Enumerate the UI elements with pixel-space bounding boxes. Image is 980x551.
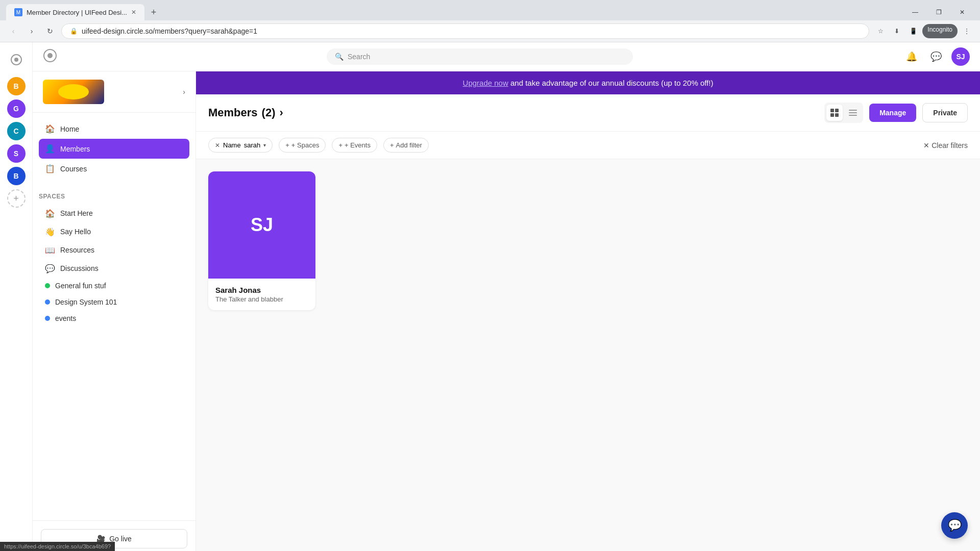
svg-point-3	[47, 53, 53, 58]
svg-rect-5	[835, 109, 839, 112]
nav-item-members[interactable]: 👤 Members	[39, 139, 189, 159]
add-filter-button[interactable]: + Add filter	[383, 138, 429, 153]
search-placeholder: Search	[348, 53, 370, 61]
app-topbar: 🔍 Search 🔔 💬 SJ	[33, 42, 980, 71]
space-item-discussions[interactable]: 💬 Discussions	[39, 259, 189, 278]
resources-icon: 📖	[45, 245, 55, 255]
new-tab-button[interactable]: +	[146, 5, 161, 19]
clear-filters-button[interactable]: ✕ Clear filters	[923, 141, 968, 149]
members-icon: 👤	[45, 144, 55, 154]
svg-rect-7	[835, 113, 839, 117]
incognito-button[interactable]: Incognito	[922, 24, 958, 38]
clear-filters-label: Clear filters	[932, 141, 968, 149]
space-item-general[interactable]: General fun stuf	[39, 278, 189, 294]
sidebar-item-community-g[interactable]: G	[7, 99, 26, 118]
search-bar[interactable]: 🔍 Search	[327, 48, 633, 65]
address-text: uifeed-design.circle.so/members?query=sa…	[82, 27, 257, 35]
name-filter-chip[interactable]: ✕ Name sarah ▾	[208, 138, 273, 153]
design-system-dot	[45, 299, 50, 305]
add-community-button[interactable]: +	[7, 189, 26, 208]
general-dot	[45, 283, 50, 288]
lock-icon: 🔒	[70, 28, 78, 35]
spaces-filter-plus-icon: +	[285, 141, 289, 149]
events-filter-button[interactable]: + + Events	[332, 138, 377, 153]
chat-bubble-icon: 💬	[948, 519, 962, 532]
window-maximize-button[interactable]: ❐	[927, 4, 950, 20]
manage-button[interactable]: Manage	[869, 104, 916, 122]
upgrade-now-link[interactable]: Upgrade now	[463, 79, 508, 87]
sidebar-item-community-b[interactable]: B	[7, 77, 26, 95]
nav-item-home[interactable]: 🏠 Home	[39, 119, 189, 139]
spaces-filter-label: + Spaces	[291, 141, 320, 149]
member-initials-sarah: SJ	[251, 214, 273, 236]
back-button[interactable]: ‹	[6, 24, 20, 38]
grid-view-button[interactable]	[826, 105, 843, 121]
nav-chevron-icon[interactable]: ›	[183, 88, 185, 96]
say-hello-icon: 👋	[45, 227, 55, 237]
svg-rect-10	[849, 115, 857, 116]
add-filter-label: Add filter	[396, 141, 422, 149]
discussions-icon: 💬	[45, 263, 55, 273]
sidebar-item-community-s[interactable]: S	[7, 144, 26, 163]
forward-button[interactable]: ›	[24, 24, 39, 38]
device-icon[interactable]: 📱	[906, 24, 920, 38]
members-grid: SJ Sarah Jonas The Talker and blabber	[196, 159, 980, 322]
list-view-button[interactable]	[845, 105, 861, 121]
menu-icon[interactable]: ⋮	[960, 24, 974, 38]
nav-item-members-label: Members	[60, 145, 90, 153]
nav-item-home-label: Home	[60, 125, 79, 133]
member-avatar-sarah: SJ	[208, 171, 315, 279]
private-button[interactable]: Private	[922, 103, 968, 122]
upgrade-banner: Upgrade now and take advantage of our an…	[196, 71, 980, 94]
member-card-sarah-jonas[interactable]: SJ Sarah Jonas The Talker and blabber	[208, 171, 315, 310]
clear-filters-x-icon: ✕	[923, 141, 929, 149]
tab-close-icon[interactable]: ✕	[131, 9, 136, 16]
space-item-start-here[interactable]: 🏠 Start Here	[39, 204, 189, 222]
notification-button[interactable]: 🔔	[902, 47, 921, 66]
spaces-section-title: Spaces	[33, 189, 195, 204]
sidebar-logo[interactable]	[7, 51, 26, 69]
svg-rect-4	[830, 109, 834, 112]
space-item-say-hello[interactable]: 👋 Say Hello	[39, 222, 189, 241]
space-item-general-label: General fun stuf	[55, 282, 106, 290]
banner-text: and take advantage of our annual discoun…	[508, 79, 714, 87]
space-item-resources[interactable]: 📖 Resources	[39, 241, 189, 259]
topbar-actions: 🔔 💬 SJ	[902, 47, 970, 66]
nav-sidebar: › 🏠 Home 👤 Members 📋 Courses	[33, 71, 196, 551]
space-item-start-here-label: Start Here	[60, 209, 93, 217]
members-count: (2)	[262, 106, 276, 119]
address-bar[interactable]: 🔒 uifeed-design.circle.so/members?query=…	[61, 23, 869, 39]
svg-rect-9	[849, 112, 857, 113]
svg-point-1	[14, 58, 18, 62]
svg-rect-6	[830, 113, 834, 117]
window-close-button[interactable]: ✕	[950, 4, 974, 20]
user-avatar[interactable]: SJ	[951, 47, 970, 66]
members-title: Members (2) ›	[208, 106, 283, 119]
filter-bar: ✕ Name sarah ▾ + + Spaces + + Events +	[196, 132, 980, 159]
sidebar-item-community-c[interactable]: C	[7, 122, 26, 140]
name-filter-value: sarah	[244, 141, 261, 149]
refresh-button[interactable]: ↻	[43, 24, 57, 38]
download-icon[interactable]: ⬇	[890, 24, 904, 38]
nav-item-courses[interactable]: 📋 Courses	[39, 159, 189, 179]
members-header: Members (2) › Manage	[196, 94, 980, 132]
sidebar-item-community-b2[interactable]: B	[7, 167, 26, 185]
topbar-logo[interactable]	[43, 48, 57, 65]
bookmark-icon[interactable]: ☆	[873, 24, 888, 38]
window-minimize-button[interactable]: —	[903, 4, 927, 20]
spaces-filter-button[interactable]: + + Spaces	[279, 138, 326, 153]
nav-logo[interactable]	[43, 80, 104, 104]
tab-favicon: M	[14, 8, 22, 16]
space-item-events[interactable]: events	[39, 310, 189, 327]
member-name-sarah: Sarah Jonas	[215, 286, 308, 294]
svg-rect-8	[849, 110, 857, 111]
chat-bubble-button[interactable]: 💬	[941, 512, 968, 539]
space-item-resources-label: Resources	[60, 246, 94, 254]
nav-items: 🏠 Home 👤 Members 📋 Courses	[33, 113, 195, 185]
message-button[interactable]: 💬	[927, 47, 945, 66]
browser-tab[interactable]: M Member Directory | UIFeed Desi... ✕	[6, 4, 144, 20]
courses-icon: 📋	[45, 164, 55, 173]
space-item-design-system[interactable]: Design System 101	[39, 294, 189, 310]
name-filter-close-icon[interactable]: ✕	[215, 142, 220, 149]
members-title-chevron[interactable]: ›	[279, 106, 283, 119]
